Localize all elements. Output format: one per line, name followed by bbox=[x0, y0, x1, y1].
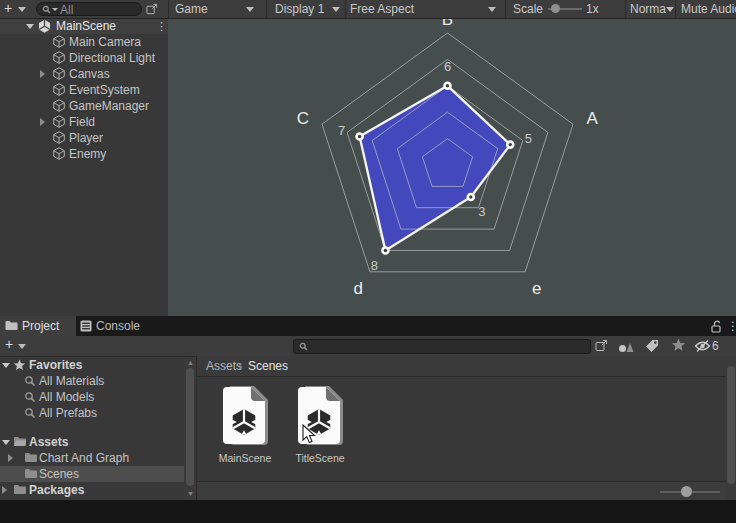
cube-icon bbox=[53, 51, 65, 64]
hierarchy-add-button[interactable]: + bbox=[4, 0, 12, 17]
project-add-caret-icon[interactable] bbox=[18, 344, 26, 349]
project-add-button[interactable]: + bbox=[5, 336, 13, 353]
scale-slider-handle[interactable] bbox=[551, 4, 560, 13]
search-by-type-icon[interactable] bbox=[618, 339, 634, 353]
tree-item-packages[interactable]: Packages bbox=[0, 482, 184, 498]
hierarchy-scene-row[interactable]: MainScene ⋮ bbox=[0, 18, 168, 34]
scene-name: MainScene bbox=[56, 19, 116, 33]
scroll-up-icon[interactable]: ▲ bbox=[187, 359, 194, 367]
lock-open-icon[interactable] bbox=[710, 320, 723, 333]
tree-item-all-materials[interactable]: All Materials bbox=[0, 373, 184, 389]
aspect-menu-caret-icon[interactable] bbox=[488, 7, 496, 12]
tree-scrollbar[interactable]: ▲ ▼ bbox=[184, 357, 196, 500]
expander-icon[interactable] bbox=[2, 440, 10, 445]
hierarchy-item-directional-light[interactable]: Directional Light bbox=[0, 50, 168, 66]
hierarchy-item-label: GameManager bbox=[69, 99, 149, 113]
hierarchy-item-label: Canvas bbox=[69, 67, 110, 81]
hierarchy-item-eventsystem[interactable]: EventSystem bbox=[0, 82, 168, 98]
search-by-label-icon[interactable] bbox=[645, 339, 659, 353]
scene-options-kebab-icon[interactable]: ⋮ bbox=[156, 19, 167, 33]
open-new-window-icon[interactable] bbox=[595, 339, 608, 352]
folder-icon bbox=[24, 452, 38, 463]
hierarchy-item-label: EventSystem bbox=[69, 83, 140, 97]
display-menu[interactable]: Display 1 bbox=[275, 2, 324, 16]
breadcrumb-scenes[interactable]: Scenes bbox=[248, 359, 288, 373]
expander-icon[interactable] bbox=[2, 486, 7, 494]
cube-icon bbox=[53, 35, 65, 48]
tree-item-label: Scenes bbox=[39, 467, 79, 481]
search-icon bbox=[24, 407, 36, 419]
tree-item-favorites[interactable]: Favorites bbox=[0, 357, 184, 373]
radar-chart: 6B5A3e8d7C bbox=[168, 18, 736, 316]
tree-item-label: All Materials bbox=[39, 374, 104, 388]
search-filter-caret-icon[interactable] bbox=[52, 8, 58, 11]
tree-item-chart-and-graph[interactable]: Chart And Graph bbox=[0, 450, 184, 466]
tab-project-label: Project bbox=[22, 319, 59, 333]
game-menu-caret-icon[interactable] bbox=[246, 7, 254, 12]
tree-item-assets[interactable]: Assets bbox=[0, 434, 184, 450]
radar-axis-label-C: C bbox=[297, 109, 309, 128]
tree-item-label: All Prefabs bbox=[39, 406, 97, 420]
hidden-count: 6 bbox=[712, 339, 719, 353]
radar-axis-label-B: B bbox=[442, 18, 453, 29]
expander-icon[interactable] bbox=[40, 70, 45, 78]
console-icon bbox=[80, 320, 92, 332]
radar-value-label-A: 5 bbox=[525, 131, 532, 146]
mute-audio-button[interactable]: Mute Audio bbox=[681, 2, 736, 16]
scale-value: 1x bbox=[586, 2, 599, 16]
top-toolbar: + All Game Display 1 Free Aspect Scale 1… bbox=[0, 0, 736, 19]
assets-scrollbar-thumb[interactable] bbox=[727, 366, 735, 484]
hierarchy-add-caret-icon[interactable] bbox=[18, 7, 26, 12]
search-icon bbox=[299, 342, 308, 351]
hierarchy-item-enemy[interactable]: Enemy bbox=[0, 146, 168, 162]
folder-icon bbox=[24, 468, 38, 479]
expander-icon[interactable] bbox=[40, 118, 45, 126]
tree-item-scenes[interactable]: Scenes bbox=[0, 466, 184, 482]
hierarchy-item-label: Enemy bbox=[69, 147, 106, 161]
save-search-star-icon[interactable] bbox=[671, 338, 686, 352]
radar-value-label-d: 8 bbox=[371, 258, 378, 273]
hierarchy-item-label: Directional Light bbox=[69, 51, 155, 65]
vsync-menu[interactable]: Norma bbox=[630, 2, 666, 16]
hierarchy-item-field[interactable]: Field bbox=[0, 114, 168, 130]
hierarchy-item-gamemanager[interactable]: GameManager bbox=[0, 98, 168, 114]
breadcrumb-assets[interactable]: Assets bbox=[206, 359, 242, 373]
expander-icon[interactable] bbox=[2, 363, 10, 368]
project-folder-tree: FavoritesAll MaterialsAll ModelsAll Pref… bbox=[0, 357, 196, 500]
radar-value-label-B: 6 bbox=[444, 59, 451, 74]
open-new-window-icon[interactable] bbox=[146, 3, 158, 15]
hierarchy-item-player[interactable]: Player bbox=[0, 130, 168, 146]
zoom-slider-handle[interactable] bbox=[681, 486, 692, 497]
tree-spacer bbox=[0, 421, 184, 434]
radar-marker-dot-A bbox=[509, 143, 512, 146]
vsync-menu-caret-icon[interactable] bbox=[666, 7, 674, 12]
bottom-tab-bar: Project Console ⋮ bbox=[0, 316, 736, 336]
asset-item-label: TitleScene bbox=[283, 452, 357, 464]
tab-console[interactable]: Console bbox=[76, 316, 150, 336]
tree-item-label: All Models bbox=[39, 390, 94, 404]
panel-options-kebab-icon[interactable]: ⋮ bbox=[727, 319, 736, 333]
assets-scrollbar[interactable] bbox=[726, 357, 736, 500]
game-menu[interactable]: Game bbox=[175, 2, 208, 16]
scene-expander-icon[interactable] bbox=[26, 24, 34, 29]
asset-item-mainscene[interactable]: MainScene bbox=[208, 385, 282, 464]
hierarchy-item-canvas[interactable]: Canvas bbox=[0, 66, 168, 82]
project-toolbar: + 6 bbox=[0, 336, 736, 357]
hierarchy-item-main-camera[interactable]: Main Camera bbox=[0, 34, 168, 50]
asset-item-titlescene[interactable]: TitleScene bbox=[283, 385, 357, 464]
tab-project[interactable]: Project bbox=[0, 316, 76, 336]
tree-item-all-models[interactable]: All Models bbox=[0, 389, 184, 405]
project-search-input[interactable] bbox=[293, 339, 591, 354]
display-menu-caret-icon[interactable] bbox=[332, 7, 340, 12]
tree-scrollbar-thumb[interactable] bbox=[186, 368, 194, 486]
hidden-visibility-eye-icon[interactable] bbox=[694, 339, 711, 353]
tree-item-all-prefabs[interactable]: All Prefabs bbox=[0, 405, 184, 421]
breadcrumb: Assets › Scenes bbox=[197, 356, 736, 377]
aspect-menu[interactable]: Free Aspect bbox=[350, 2, 414, 16]
scroll-down-icon[interactable]: ▼ bbox=[187, 490, 194, 498]
expander-icon[interactable] bbox=[8, 454, 13, 462]
folder-icon bbox=[5, 320, 18, 331]
assets-grid: MainSceneTitleScene bbox=[197, 377, 726, 481]
cube-icon bbox=[53, 83, 65, 96]
hierarchy-search-input[interactable]: All bbox=[36, 2, 142, 16]
